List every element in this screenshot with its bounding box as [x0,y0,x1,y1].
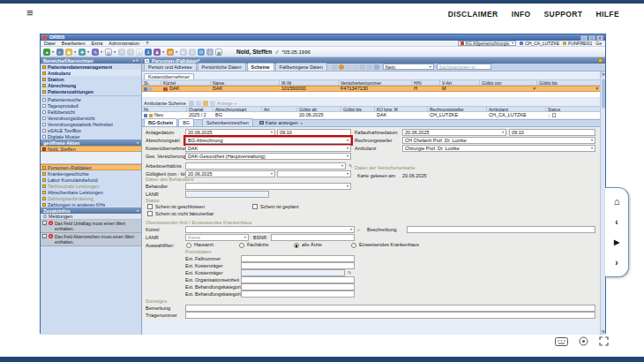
panel-pin-icon[interactable] [598,58,603,63]
nav-link-support[interactable]: SUPPORT [544,10,583,19]
ext-kostentraeger2-field[interactable] [241,269,345,276]
patient-caret[interactable]: ▾ [87,49,89,54]
minimize-button[interactable]: – [580,35,588,41]
sidebar-item-digitale-muster[interactable]: Digitale Muster [41,133,141,140]
patient-search-icon[interactable]: ✚ [79,49,86,56]
payer-empty-row[interactable] [142,92,600,98]
download-icon[interactable]: ⇩ [206,49,213,56]
col-abrechnungsart[interactable]: Abrechnungsart [213,106,262,112]
users-caret[interactable]: ▾ [162,49,164,54]
sidebar-item-verordnungsstatistik[interactable]: Verordnungsstatistik Heilmittel [41,121,141,127]
kostenuebernehmer-tab[interactable]: Kostenübernehmer [144,73,194,79]
bemerkung-field[interactable] [185,305,595,312]
col-kuerzel[interactable]: Kürzel [161,79,211,86]
col-versichertennummer[interactable]: Versichertennummer [339,79,412,86]
ambulanz-field[interactable]: Chirurgie Prof. Dr. Lutzke [402,145,595,152]
maximize-button[interactable]: □ [588,35,595,41]
grid-icon[interactable] [332,64,337,70]
menu-extra[interactable]: Extra [91,41,102,47]
subtab-scheinkennzeichen[interactable]: Scheinkennzeichen [202,118,253,126]
col-st[interactable]: St. [142,79,161,86]
hamburger-menu-icon[interactable]: ≡ [26,7,34,19]
scroll-thumb[interactable] [602,79,605,109]
col-gueltig-bis[interactable]: Gültig bis [537,79,600,86]
menu-help[interactable]: ? [146,41,148,47]
play-icon[interactable]: ▶ [614,238,619,247]
col-ik-nr[interactable]: IK-Nr [280,79,339,86]
col-ambulanz[interactable]: Ambulanz [487,106,546,112]
ext-behandlungskategorie-field[interactable] [241,283,355,290]
sidebar-item-ambulanz[interactable]: Ambulanz [41,70,141,76]
keyboard-icon[interactable] [555,337,568,346]
nav-forward-icon[interactable]: › [615,258,618,268]
col-gueltig-von[interactable]: Gültig von [480,79,537,86]
scroll-down-arrow[interactable]: ▼ [601,329,605,335]
sidebar-item-patientenzahlungen[interactable]: Patientenzahlungen [41,88,141,94]
document-caret[interactable]: ▾ [114,49,116,54]
payer-row-dak[interactable]: DAK DAK 101560000 F471347130 H M ▾ ▾ [142,86,600,92]
sidebar-item-tagesprotokoll[interactable]: Tagesprotokoll [41,102,141,109]
nav-start-caret[interactable]: ▾ [52,49,54,54]
print-icon[interactable] [360,64,365,70]
nav-back-icon[interactable]: ‹ [615,217,618,227]
folder-caret[interactable]: ▾ [74,49,76,54]
transfer-caret[interactable]: ▾ [176,49,177,54]
open-files-collapse-icon[interactable]: ▾ [137,140,139,145]
expand-icon[interactable]: + [42,234,47,238]
record-icon[interactable] [579,336,588,346]
file-view-personen-falldaten[interactable]: Personen-/Falldaten [41,164,141,170]
info-icon[interactable]: ℹ [145,49,152,56]
user-chip[interactable]: CH_CA_LUTZKE [520,41,559,46]
col-gueltig-ab[interactable]: Gültig ab [297,106,341,112]
anlagedatum-date-field[interactable]: 20.06.2025 [185,129,275,136]
kuerzel-search-icon[interactable]: ⌕ [357,226,360,233]
nav-link-hilfe[interactable]: HILFE [595,10,619,19]
radio-einweisendes-krankenhaus[interactable] [351,243,356,248]
globe-icon[interactable] [339,64,344,70]
open-file-nold-steffen[interactable]: Nold, Steffen [41,146,141,152]
sidebar-item-patientendatenmanagement[interactable]: Patientendatenmanagement [41,64,141,70]
ext-organisationseinheit-field[interactable] [241,276,355,283]
ueberweiser-kuerzel-field[interactable] [185,226,355,233]
rows-icon[interactable] [367,64,372,70]
menu-administration[interactable]: Administration [109,41,139,47]
sachbearbeiter-search-input[interactable] [437,64,491,70]
new-document-icon[interactable]: ▤ [105,49,112,56]
rechnungssteller-field[interactable]: CH Chefarzt Prof. Dr. Lutzke [402,137,595,144]
ext-behandlungskategorie2-field[interactable] [241,290,355,298]
ges-versicherung-field[interactable]: DAK-Gesundheit (Hauptverwaltung) [185,153,351,160]
sidebar-item-verordnungsuebersicht[interactable]: Verordnungsübersicht [41,115,141,121]
schein-row-neu[interactable]: Neu 2025 / 2 BG 20.06.2025 DAK CH_LUTZKE… [142,112,600,118]
sidebar-item-esale-toolbox[interactable]: eSALE ToolBox [41,127,141,133]
col-name[interactable]: Name [211,79,280,86]
radio-hausarzt[interactable] [186,243,191,248]
beschreibung-field[interactable] [407,226,595,233]
nav-link-info[interactable]: INFO [512,10,531,19]
messages-row[interactable]: Meldungen [41,214,141,220]
arbeitsverhaeltnis-field[interactable] [185,162,346,170]
bsnr-field[interactable] [271,234,355,241]
home-icon[interactable]: ⌂ [614,197,620,207]
cell-gueltig-bis-dropdown[interactable]: ▾ [537,86,600,92]
sidebar-item-falluebersicht[interactable]: Fallübersicht [41,109,141,115]
anlagedatum-time-field[interactable]: 09:10 [277,129,351,136]
scroll-up-arrow[interactable]: ▲ [601,72,605,77]
report-icon[interactable]: ▦ [215,49,222,56]
behandler-lanr-field[interactable] [185,191,269,198]
col-rechnungssteller[interactable]: Rechnungssteller [428,106,487,112]
filter-dropdown[interactable]: Nein [383,64,434,70]
col-status[interactable]: Status [546,106,600,112]
sidebar-collapse-icon[interactable]: ▾ ✕ [133,58,139,63]
fullscreen-icon[interactable] [599,336,609,346]
close-button[interactable]: × [596,35,603,41]
transfer-icon[interactable]: ⇄ [167,49,174,56]
radio-fachaerzte[interactable] [239,243,244,248]
sidebar-item-abrechnung[interactable]: Abrechnung [41,82,141,88]
schein-nicht-fakturierbar-checkbox[interactable] [147,211,153,216]
menu-bearbeiten[interactable]: Bearbeiten [62,41,86,47]
col-gueltig-bis[interactable]: Gültig bis [341,106,375,112]
abrechnungsart-field[interactable]: BG-Abrechnung [185,137,351,144]
kostenuebernehmer-field[interactable]: DAK [185,145,351,152]
role-chip[interactable]: FUNFREI01 [563,41,592,46]
file-view-krankengeschichte[interactable]: Krankengeschichte [41,170,141,177]
